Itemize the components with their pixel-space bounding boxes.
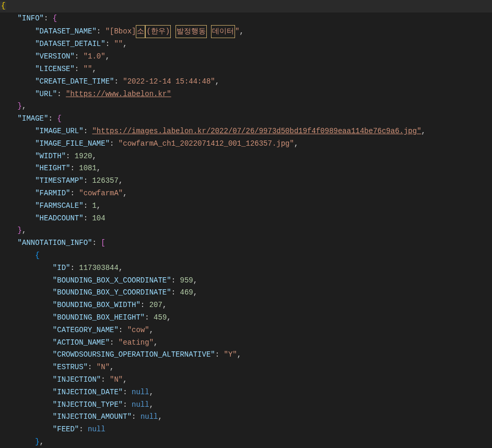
- code-line: "BOUNDING_BOX_WIDTH": 207,: [0, 299, 492, 312]
- code-line: "INFO": {: [0, 13, 492, 25]
- code-line: {: [0, 250, 492, 262]
- code-line: "INJECTION_TYPE": null,: [0, 399, 492, 411]
- code-line: "ACTION_NAME": "eating",: [0, 337, 492, 349]
- code-line: "FEED": null: [0, 423, 492, 436]
- code-line: "BOUNDING_BOX_HEIGHT": 459,: [0, 312, 492, 324]
- code-line: "HEIGHT": 1081,: [0, 162, 492, 175]
- code-line: "WIDTH": 1920,: [0, 150, 492, 163]
- code-line: },: [0, 100, 492, 113]
- korean-text-box: 소: [136, 25, 145, 39]
- code-line: "ESTRUS": "N",: [0, 361, 492, 374]
- code-editor[interactable]: { "INFO": { "DATASET_NAME": "[Bbox]소(한우)…: [0, 0, 492, 448]
- code-line: "URL": "https://www.labelon.kr": [0, 88, 492, 101]
- code-line: "DATASET_NAME": "[Bbox]소(한우) 발정행동 데이터",: [0, 25, 492, 39]
- code-line: "ID": 117303844,: [0, 262, 492, 275]
- korean-text-box: 데이터: [211, 25, 235, 39]
- code-line: },: [0, 225, 492, 237]
- code-line: "ANNOTATION_INFO": [: [0, 237, 492, 250]
- code-line: "CROWDSOURSING_OPERATION_ALTERNATIVE": "…: [0, 349, 492, 361]
- code-line: "CATEGORY_NAME": "cow",: [0, 324, 492, 337]
- code-line: "FARMSCALE": 1,: [0, 200, 492, 213]
- code-line: "IMAGE": {: [0, 113, 492, 125]
- code-line: },: [0, 436, 492, 448]
- code-line: "IMAGE_URL": "https://images.labelon.kr/…: [0, 125, 492, 138]
- code-line: "BOUNDING_BOX_X_COORDINATE": 959,: [0, 275, 492, 287]
- code-line: "INJECTION": "N",: [0, 374, 492, 386]
- code-line: "LICENSE": "",: [0, 63, 492, 76]
- code-line: "FARMID": "cowfarmA",: [0, 187, 492, 200]
- korean-text-box: 발정행동: [175, 25, 207, 39]
- code-line: "TIMESTAMP": 126357,: [0, 175, 492, 187]
- code-line: "CREATE_DATE_TIME": "2022-12-14 15:44:48…: [0, 76, 492, 88]
- code-line: "IMAGE_FILE_NAME": "cowfarmA_ch1_2022071…: [0, 138, 492, 150]
- code-line: "INJECTION_DATE": null,: [0, 386, 492, 399]
- image-url-link[interactable]: "https://images.labelon.kr/2022/07/26/99…: [92, 127, 421, 135]
- url-link[interactable]: "https://www.labelon.kr": [66, 90, 171, 98]
- code-line: "INJECTION_AMOUNT": null,: [0, 411, 492, 423]
- code-line: "BOUNDING_BOX_Y_COORDINATE": 469,: [0, 287, 492, 299]
- code-line: "HEADCOUNT": 104: [0, 213, 492, 225]
- code-line: {: [0, 0, 492, 13]
- code-line: "DATASET_DETAIL": "",: [0, 38, 492, 51]
- korean-text-box: (한우): [145, 25, 171, 39]
- code-line: "VERSION": "1.0",: [0, 51, 492, 63]
